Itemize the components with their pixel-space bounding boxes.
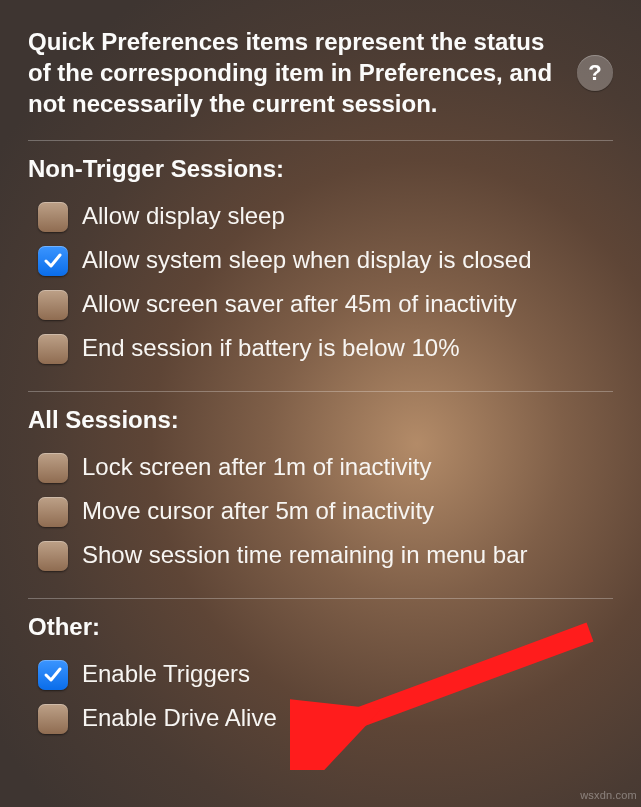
option-label: End session if battery is below 10% <box>82 334 460 363</box>
enable-drive-alive[interactable]: Enable Drive Alive <box>28 697 613 741</box>
checkbox[interactable] <box>38 541 68 571</box>
checkbox[interactable] <box>38 453 68 483</box>
show-time-menu-bar[interactable]: Show session time remaining in menu bar <box>28 534 613 578</box>
checkbox[interactable] <box>38 334 68 364</box>
option-label: Enable Drive Alive <box>82 704 277 733</box>
preferences-panel: Quick Preferences items represent the st… <box>0 0 641 761</box>
option-label: Lock screen after 1m of inactivity <box>82 453 431 482</box>
option-label: Allow system sleep when display is close… <box>82 246 532 275</box>
option-label: Enable Triggers <box>82 660 250 689</box>
option-label: Allow display sleep <box>82 202 285 231</box>
header-row: Quick Preferences items represent the st… <box>28 26 613 120</box>
section-title-all: All Sessions: <box>28 406 613 434</box>
option-label: Allow screen saver after 45m of inactivi… <box>82 290 517 319</box>
checkbox[interactable] <box>38 290 68 320</box>
help-button[interactable]: ? <box>577 55 613 91</box>
divider <box>28 391 613 392</box>
help-icon: ? <box>588 60 601 86</box>
checkbox[interactable] <box>38 202 68 232</box>
checkbox[interactable] <box>38 704 68 734</box>
section-title-non-trigger: Non-Trigger Sessions: <box>28 155 613 183</box>
intro-text: Quick Preferences items represent the st… <box>28 26 563 120</box>
option-label: Move cursor after 5m of inactivity <box>82 497 434 526</box>
checkbox[interactable] <box>38 497 68 527</box>
divider <box>28 140 613 141</box>
option-label: Show session time remaining in menu bar <box>82 541 528 570</box>
checkbox[interactable] <box>38 660 68 690</box>
divider <box>28 598 613 599</box>
checkbox[interactable] <box>38 246 68 276</box>
lock-screen-inactivity[interactable]: Lock screen after 1m of inactivity <box>28 446 613 490</box>
section-title-other: Other: <box>28 613 613 641</box>
move-cursor-inactivity[interactable]: Move cursor after 5m of inactivity <box>28 490 613 534</box>
allow-screen-saver[interactable]: Allow screen saver after 45m of inactivi… <box>28 283 613 327</box>
watermark: wsxdn.com <box>580 789 637 801</box>
allow-display-sleep[interactable]: Allow display sleep <box>28 195 613 239</box>
end-session-low-battery[interactable]: End session if battery is below 10% <box>28 327 613 371</box>
allow-system-sleep-closed[interactable]: Allow system sleep when display is close… <box>28 239 613 283</box>
enable-triggers[interactable]: Enable Triggers <box>28 653 613 697</box>
